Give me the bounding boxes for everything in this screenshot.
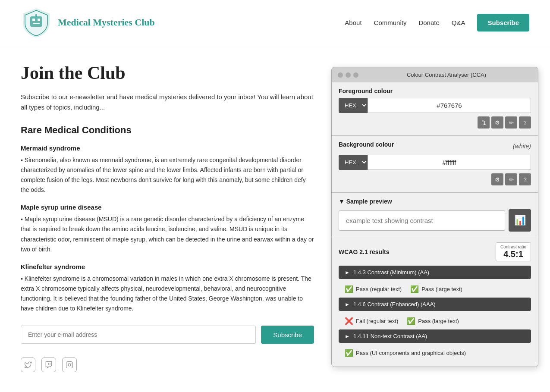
email-input[interactable] [21, 326, 256, 344]
nav-qa[interactable]: Q&A [452, 19, 465, 26]
sample-section: ▼ Sample preview example text showing co… [332, 193, 538, 237]
bg-label: Background colour [339, 141, 394, 148]
criterion-2-result-1: ✅ Pass (large text) [407, 317, 459, 325]
criterion-1-results: ✅ Pass (regular text) ✅ Pass (large text… [339, 282, 531, 298]
pass-icon-3: ✅ [407, 317, 415, 325]
condition-mermaid: Mermaid syndrome Sirenomelia, also known… [21, 144, 314, 195]
cca-dot-3 [353, 72, 358, 78]
criterion-1-result-0: ✅ Pass (regular text) [345, 285, 402, 293]
criterion-2-result-0: ❌ Fail (regular text) [345, 317, 398, 325]
left-content: Join the Club Subscribe to our e-newslet… [21, 63, 314, 372]
criterion-3-label: 1.4.11 Non-text Contrast (AA) [353, 333, 427, 339]
svg-rect-3 [33, 23, 40, 24]
fg-label: Foreground colour [339, 88, 531, 94]
twitter-icon[interactable] [21, 358, 35, 372]
condition-klinefelter: Klinefelter syndrome Klinefelter syndrom… [21, 263, 314, 314]
condition-desc-2: Klinefelter syndrome is a chromosomal va… [21, 274, 314, 314]
condition-name-1: Maple syrup urine disease [21, 204, 314, 211]
fg-settings-btn[interactable]: ⚙ [491, 116, 503, 129]
cca-dot-2 [346, 72, 351, 78]
subscribe-form-button[interactable]: Subscribe [261, 326, 314, 344]
criterion-2-result-0-text: Fail (regular text) [356, 318, 398, 324]
contrast-box: Contrast ratio 4.5:1 [496, 242, 531, 261]
bg-tools-row: ⚙ ✏ ? [339, 173, 531, 185]
condition-name-2: Klinefelter syndrome [21, 263, 314, 270]
chart-view-btn[interactable]: 📊 [509, 209, 531, 232]
criterion-3-result-0-text: Pass (UI components and graphical object… [356, 350, 466, 356]
bg-white-label: (white) [513, 143, 531, 150]
svg-rect-4 [35, 14, 37, 17]
fail-icon: ❌ [345, 317, 353, 325]
fg-tools-row: ⇅ ⚙ ✏ ? [339, 116, 531, 129]
fg-format-select[interactable]: HEX [339, 98, 368, 113]
contrast-ratio-value: 4.5:1 [500, 249, 526, 259]
fg-picker-btn[interactable]: ✏ [505, 116, 517, 129]
pass-icon: ✅ [345, 285, 353, 293]
pass-icon-2: ✅ [410, 285, 419, 293]
sample-row: example text showing contrast 📊 [339, 209, 531, 232]
criterion-3-result-0: ✅ Pass (UI components and graphical obje… [345, 349, 466, 357]
bg-input-row: HEX [339, 155, 531, 170]
bg-hex-input[interactable] [368, 155, 531, 170]
bg-format-select[interactable]: HEX [339, 155, 368, 170]
criterion-3[interactable]: ► 1.4.11 Non-text Contrast (AA) [339, 329, 531, 343]
criterion-1-label: 1.4.3 Contrast (Minimum) (AA) [353, 269, 429, 276]
page-title: Join the Club [21, 63, 314, 83]
sample-text: example text showing contrast [339, 210, 505, 231]
main-nav: About Community Donate Q&A Subscribe [345, 14, 529, 31]
fg-swap-btn[interactable]: ⇅ [478, 116, 490, 129]
condition-name-0: Mermaid syndrome [21, 144, 314, 152]
criterion-1-arrow: ► [345, 270, 350, 276]
logo-area: Medical Mysteries Club [21, 7, 155, 38]
cca-dot-1 [338, 72, 343, 78]
svg-rect-0 [30, 16, 42, 27]
site-title: Medical Mysteries Club [58, 17, 155, 28]
svg-rect-5 [66, 362, 73, 368]
bg-section: Background colour (white) HEX ⚙ ✏ ? [332, 136, 538, 192]
condition-maple: Maple syrup urine disease Maple syrup ur… [21, 204, 314, 254]
chart-icon: 📊 [514, 215, 526, 226]
fg-input-row: HEX [339, 98, 531, 113]
bg-help-btn[interactable]: ? [519, 173, 531, 185]
criterion-2-result-1-text: Pass (large text) [418, 318, 459, 324]
logo-icon [21, 7, 52, 38]
cca-title: Colour Contrast Analyser (CCA) [361, 72, 532, 78]
nav-donate[interactable]: Donate [418, 19, 439, 26]
fg-section: Foreground colour HEX ⇅ ⚙ ✏ ? [332, 82, 538, 135]
criterion-1-result-1: ✅ Pass (large text) [410, 285, 462, 293]
svg-rect-2 [38, 19, 40, 21]
svg-rect-1 [32, 19, 35, 21]
criterion-3-arrow: ► [345, 333, 350, 339]
wcag-label: WCAG 2.1 results [339, 248, 389, 255]
nav-about[interactable]: About [345, 19, 361, 26]
twitch-icon[interactable] [41, 358, 56, 372]
svg-point-7 [71, 363, 72, 364]
criterion-2-label: 1.4.6 Contrast (Enhanced) (AAA) [353, 301, 436, 307]
bg-settings-btn[interactable]: ⚙ [491, 173, 503, 185]
fg-hex-input[interactable] [368, 98, 531, 113]
pass-icon-4: ✅ [345, 349, 353, 357]
section-title: Rare Medical Conditions [21, 125, 314, 136]
criterion-2-results: ❌ Fail (regular text) ✅ Pass (large text… [339, 314, 531, 329]
condition-desc-0: Sirenomelia, also known as mermaid syndr… [21, 155, 314, 195]
header-subscribe-button[interactable]: Subscribe [477, 14, 529, 31]
cca-titlebar: Colour Contrast Analyser (CCA) [332, 67, 538, 82]
sample-label: ▼ Sample preview [339, 198, 531, 205]
cca-tool: Colour Contrast Analyser (CCA) Foregroun… [331, 67, 538, 367]
condition-desc-1: Maple syrup urine disease (MSUD) is a ra… [21, 214, 314, 254]
intro-text: Subscribe to our e-newsletter and have m… [21, 92, 314, 113]
nav-community[interactable]: Community [374, 19, 407, 26]
bg-picker-btn[interactable]: ✏ [505, 173, 517, 185]
criterion-2[interactable]: ► 1.4.6 Contrast (Enhanced) (AAA) [339, 298, 531, 311]
social-icons [21, 358, 314, 372]
contrast-ratio-label: Contrast ratio [500, 245, 526, 249]
fg-help-btn[interactable]: ? [519, 116, 531, 129]
criterion-3-results: ✅ Pass (UI components and graphical obje… [339, 345, 531, 361]
wcag-header: WCAG 2.1 results Contrast ratio 4.5:1 [339, 242, 531, 261]
criterion-1-result-0-text: Pass (regular text) [356, 286, 402, 292]
email-form: Subscribe [21, 326, 314, 344]
instagram-icon[interactable] [62, 358, 77, 372]
criterion-1[interactable]: ► 1.4.3 Contrast (Minimum) (AA) [339, 266, 531, 279]
wcag-section: WCAG 2.1 results Contrast ratio 4.5:1 ► … [332, 237, 538, 367]
cca-body: Foreground colour HEX ⇅ ⚙ ✏ ? [332, 82, 538, 367]
